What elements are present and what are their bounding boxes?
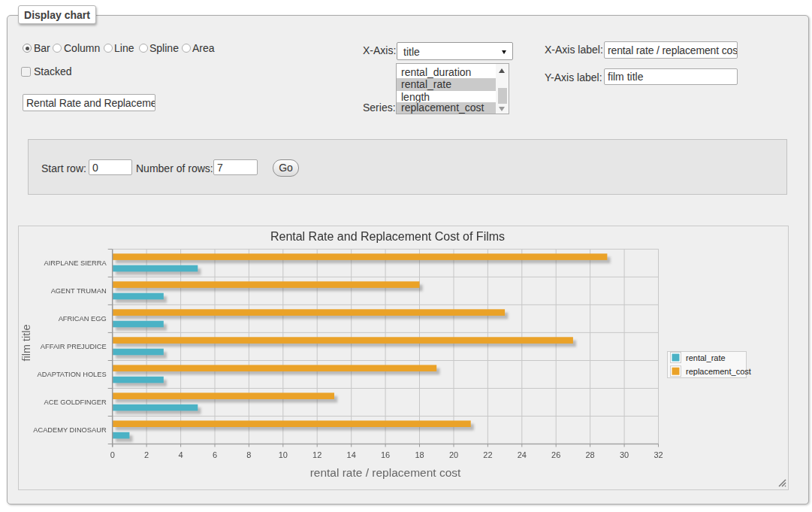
svg-text:rental_rate: rental_rate xyxy=(686,353,726,362)
svg-text:AIRPLANE SIERRA: AIRPLANE SIERRA xyxy=(44,259,107,267)
svg-text:10: 10 xyxy=(279,450,288,459)
svg-text:14: 14 xyxy=(347,450,356,459)
svg-text:22: 22 xyxy=(483,450,492,459)
svg-text:16: 16 xyxy=(381,450,390,459)
svg-text:24: 24 xyxy=(518,450,527,459)
svg-text:30: 30 xyxy=(620,450,629,459)
svg-text:12: 12 xyxy=(312,450,321,459)
svg-text:18: 18 xyxy=(415,450,424,459)
svg-text:26: 26 xyxy=(551,450,560,459)
svg-text:4: 4 xyxy=(179,450,183,459)
svg-text:rental rate / replacement cost: rental rate / replacement cost xyxy=(310,466,461,479)
svg-text:AFFAIR PREJUDICE: AFFAIR PREJUDICE xyxy=(41,343,107,350)
svg-text:AGENT TRUMAN: AGENT TRUMAN xyxy=(51,287,107,295)
svg-text:8: 8 xyxy=(246,450,251,459)
svg-text:2: 2 xyxy=(144,450,149,459)
svg-text:ACADEMY DINOSAUR: ACADEMY DINOSAUR xyxy=(33,426,107,434)
svg-text:0: 0 xyxy=(110,450,115,459)
svg-text:film title: film title xyxy=(20,324,32,361)
svg-text:AFRICAN EGG: AFRICAN EGG xyxy=(59,315,107,323)
svg-text:6: 6 xyxy=(213,450,217,459)
svg-text:ADAPTATION HOLES: ADAPTATION HOLES xyxy=(38,371,107,378)
svg-text:28: 28 xyxy=(585,450,594,459)
svg-text:20: 20 xyxy=(449,450,458,459)
svg-text:ACE GOLDFINGER: ACE GOLDFINGER xyxy=(44,398,107,406)
svg-text:replacement_cost: replacement_cost xyxy=(686,367,751,376)
svg-text:32: 32 xyxy=(654,450,663,459)
svg-text:Rental Rate and Replacement Co: Rental Rate and Replacement Cost of Film… xyxy=(270,230,505,243)
